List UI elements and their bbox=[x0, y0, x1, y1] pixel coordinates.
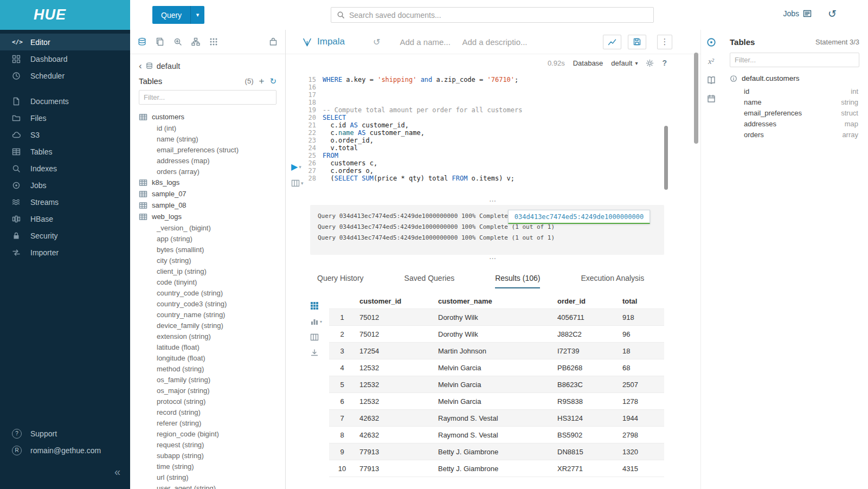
results-column-header[interactable]: customer_name bbox=[434, 294, 553, 309]
table-row[interactable]: 977913Betty J. GiambroneDN88151320 bbox=[329, 443, 664, 460]
hue-logo[interactable]: HUE bbox=[0, 0, 130, 30]
more-actions-button[interactable]: ⋮ bbox=[657, 35, 672, 49]
sidebar-item-scheduler[interactable]: Scheduler bbox=[0, 67, 130, 84]
sidebar-item-documents[interactable]: Documents bbox=[0, 93, 130, 110]
assist-table-k8s-logs[interactable]: k8s_logs bbox=[139, 177, 285, 188]
assist-column-code[interactable]: code (tinyint) bbox=[139, 276, 285, 287]
table-row[interactable]: 612532Melvin GarciaR9S8381278 bbox=[329, 393, 664, 410]
assist-column-os-family[interactable]: os_family (string) bbox=[139, 374, 285, 385]
assist-column-method[interactable]: method (string) bbox=[139, 363, 285, 374]
help-icon[interactable]: ? bbox=[662, 59, 667, 67]
sitemap-icon[interactable] bbox=[191, 37, 200, 46]
table-row[interactable]: 1077913Betty J. GiambroneXR27714315 bbox=[329, 460, 664, 477]
assist-column-name[interactable]: name (string) bbox=[139, 133, 285, 144]
settings-gear-icon[interactable] bbox=[646, 59, 654, 67]
assist-column-country-code[interactable]: country_code (string) bbox=[139, 287, 285, 298]
assist-column-longitude[interactable]: longitude (float) bbox=[139, 352, 285, 363]
results-column-header[interactable]: customer_id bbox=[355, 294, 434, 309]
assist-column-extension[interactable]: extension (string) bbox=[139, 331, 285, 342]
tab-execution-analysis[interactable]: Execution Analysis bbox=[581, 269, 644, 288]
history-icon[interactable]: ↺ bbox=[828, 8, 837, 20]
table-row[interactable]: 275012Dorothy WilkJ882C296 bbox=[329, 326, 664, 343]
results-column-header[interactable]: total bbox=[618, 294, 664, 309]
assist-column-email-preferences[interactable]: email_preferences (struct) bbox=[139, 144, 285, 155]
query-description-input[interactable] bbox=[462, 37, 531, 47]
sidebar-item-s3[interactable]: S3 bbox=[0, 126, 130, 143]
jobs-link[interactable]: Jobs bbox=[783, 9, 812, 18]
active-table-row[interactable]: default.customers bbox=[730, 74, 859, 82]
assist-column-region-code[interactable]: region_code (bigint) bbox=[139, 428, 285, 439]
sidebar-item-files[interactable]: Files bbox=[0, 110, 130, 126]
assist-column-latitude[interactable]: latitude (float) bbox=[139, 342, 285, 352]
right-filter-input[interactable] bbox=[730, 53, 859, 67]
assist-column-id[interactable]: id (int) bbox=[139, 123, 285, 133]
tab-results-106[interactable]: Results (106) bbox=[495, 269, 540, 288]
panel-scrollbar[interactable] bbox=[694, 53, 698, 144]
sidebar-collapse-icon[interactable]: « bbox=[114, 466, 120, 478]
tab-saved-queries[interactable]: Saved Queries bbox=[404, 269, 455, 288]
refresh-icon[interactable]: ↻ bbox=[269, 77, 277, 85]
resize-handle[interactable]: ⋯ bbox=[286, 197, 700, 205]
assist-column-bytes[interactable]: bytes (smallint) bbox=[139, 244, 285, 255]
assist-column-device-family[interactable]: device_family (string) bbox=[139, 320, 285, 331]
search-input[interactable] bbox=[349, 11, 648, 20]
breadcrumb-database[interactable]: default bbox=[157, 62, 181, 70]
query-name-input[interactable] bbox=[400, 37, 456, 47]
format-button[interactable]: ▾ bbox=[291, 179, 310, 188]
chart-view-button[interactable]: ▾ bbox=[310, 317, 329, 326]
chart-button[interactable] bbox=[603, 35, 621, 49]
schema-column-name[interactable]: namestring bbox=[730, 96, 859, 107]
chevron-left-icon[interactable]: ‹ bbox=[139, 61, 142, 70]
query-history-icon[interactable]: ↺ bbox=[373, 37, 380, 47]
table-row[interactable]: 412532Melvin GarciaPB626868 bbox=[329, 359, 664, 376]
assist-table-web-logs[interactable]: web_logs bbox=[139, 211, 285, 222]
assist-table-customers[interactable]: customers bbox=[139, 111, 285, 123]
schema-column-id[interactable]: idint bbox=[730, 86, 859, 96]
assist-column-country-code3[interactable]: country_code3 (string) bbox=[139, 298, 285, 309]
assist-column-country-name[interactable]: country_name (string) bbox=[139, 309, 285, 320]
add-table-icon[interactable]: + bbox=[259, 76, 264, 86]
databases-icon[interactable] bbox=[138, 37, 146, 46]
assist-column-addresses[interactable]: addresses (map) bbox=[139, 155, 285, 166]
query-button[interactable]: Query ▾ bbox=[152, 6, 204, 24]
language-reference-icon[interactable] bbox=[707, 76, 716, 85]
engine-name[interactable]: Impala bbox=[317, 36, 345, 47]
assist-column-referer[interactable]: referer (string) bbox=[139, 417, 285, 428]
assist-filter-input[interactable] bbox=[139, 90, 277, 105]
assist-table-sample-08[interactable]: sample_08 bbox=[139, 200, 285, 211]
calendar-icon[interactable] bbox=[707, 94, 716, 103]
sidebar-item-user[interactable]: R romain@gethue.com bbox=[0, 442, 130, 459]
resize-handle[interactable]: ⋯ bbox=[286, 255, 700, 262]
table-row[interactable]: 512532Melvin GarciaB8623C2507 bbox=[329, 376, 664, 393]
table-row[interactable]: 175012Dorothy Wilk4056711918 bbox=[329, 309, 664, 326]
table-row[interactable]: 742632Raymond S. VestalHS31241944 bbox=[329, 410, 664, 427]
sidebar-item-streams[interactable]: Streams bbox=[0, 194, 130, 210]
columns-toggle-button[interactable] bbox=[310, 333, 329, 342]
assist-column-orders[interactable]: orders (array) bbox=[139, 166, 285, 177]
sidebar-item-indexes[interactable]: Indexes bbox=[0, 160, 130, 177]
assist-column-app[interactable]: app (string) bbox=[139, 233, 285, 244]
assist-column-request[interactable]: request (string) bbox=[139, 439, 285, 450]
sidebar-item-editor[interactable]: </>Editor bbox=[0, 34, 130, 50]
results-column-header[interactable]: order_id bbox=[553, 294, 618, 309]
assist-column-client-ip[interactable]: client_ip (string) bbox=[139, 266, 285, 276]
sidebar-item-support[interactable]: ? Support bbox=[0, 425, 130, 442]
assist-table-sample-07[interactable]: sample_07 bbox=[139, 188, 285, 200]
functions-icon[interactable]: x² bbox=[708, 57, 714, 66]
editor-scrollbar[interactable] bbox=[664, 126, 668, 190]
sidebar-item-dashboard[interactable]: Dashboard bbox=[0, 50, 130, 67]
download-button[interactable] bbox=[310, 349, 329, 357]
grid-view-button[interactable] bbox=[310, 301, 329, 310]
assist-column-url[interactable]: url (string) bbox=[139, 472, 285, 482]
assist-column-city[interactable]: city (string) bbox=[139, 255, 285, 266]
results-column-header[interactable] bbox=[329, 294, 355, 309]
schema-column-addresses[interactable]: addressesmap bbox=[730, 118, 859, 129]
assist-column-subapp[interactable]: subapp (string) bbox=[139, 450, 285, 461]
query-button-caret-icon[interactable]: ▾ bbox=[190, 6, 204, 24]
assist-column-protocol[interactable]: protocol (string) bbox=[139, 396, 285, 407]
zoom-icon[interactable] bbox=[173, 37, 182, 46]
code-editor[interactable]: 1516171819202122232425262728 WHERE a.key… bbox=[286, 72, 700, 197]
sidebar-item-security[interactable]: Security bbox=[0, 227, 130, 244]
assist-column-record[interactable]: record (string) bbox=[139, 407, 285, 417]
execute-button[interactable]: ▶ ▾ bbox=[291, 162, 310, 172]
